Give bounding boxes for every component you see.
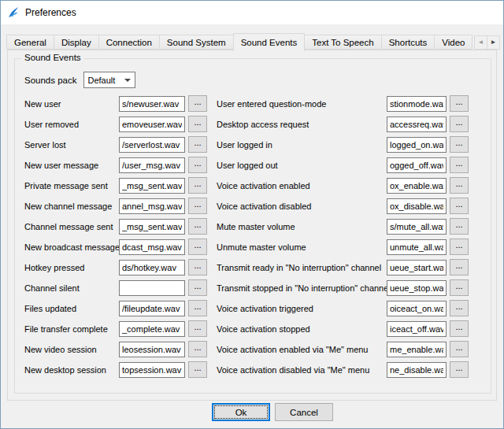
browse-button[interactable]: ... <box>188 320 207 337</box>
sound-event-label: Hotkey pressed <box>24 263 119 272</box>
browse-button[interactable]: ... <box>450 218 469 235</box>
sound-row: Private message sent ... <box>24 177 207 194</box>
tab-video[interactable]: Video <box>434 35 472 50</box>
browse-button[interactable]: ... <box>450 279 469 296</box>
browse-button[interactable]: ... <box>450 320 469 337</box>
tab-sound-events[interactable]: Sound Events <box>233 33 306 51</box>
sound-file-input[interactable] <box>119 321 185 337</box>
tab-label: Shortcuts <box>389 38 428 47</box>
ok-button[interactable]: Ok <box>212 403 270 421</box>
sound-file-input[interactable] <box>119 198 185 214</box>
sound-file-input[interactable] <box>119 342 185 357</box>
sound-row: New channel message ... <box>24 198 207 214</box>
sound-file-input[interactable] <box>387 198 447 214</box>
tab-scroll-right-icon[interactable]: ► <box>487 35 500 50</box>
sound-event-label: Mute master volume <box>217 222 387 231</box>
browse-button[interactable]: ... <box>450 198 469 214</box>
browse-button[interactable]: ... <box>188 157 207 173</box>
group-title: Sound Events <box>21 53 84 62</box>
tab-text-to-speech[interactable]: Text To Speech <box>304 35 381 50</box>
sound-file-input[interactable] <box>119 280 185 296</box>
tab-connection[interactable]: Connection <box>98 35 160 50</box>
browse-button[interactable]: ... <box>188 198 207 214</box>
sound-row: New user ... <box>24 95 207 112</box>
sounds-pack-select[interactable]: Default <box>83 72 135 88</box>
titlebar: Preferences <box>1 1 503 24</box>
sound-row: Voice activation enabled ... <box>217 177 469 194</box>
sound-file-input[interactable] <box>387 301 447 316</box>
browse-button[interactable]: ... <box>188 136 207 153</box>
browse-button[interactable]: ... <box>188 279 207 296</box>
sound-file-input[interactable] <box>119 260 185 276</box>
sound-row: User logged out ... <box>217 157 469 173</box>
tab-scroll-left-icon[interactable]: ◄ <box>474 35 487 50</box>
sound-event-label: Server lost <box>24 140 119 150</box>
sound-row: User entered question-mode ... <box>217 95 469 112</box>
browse-button[interactable]: ... <box>450 177 469 194</box>
tab-general[interactable]: General <box>6 35 54 50</box>
sound-file-input[interactable] <box>119 137 185 153</box>
cancel-button[interactable]: Cancel <box>275 403 333 421</box>
browse-button[interactable]: ... <box>450 136 469 153</box>
browse-button[interactable]: ... <box>450 95 469 112</box>
sound-event-label: User removed <box>24 120 119 129</box>
sound-file-input[interactable] <box>387 178 447 194</box>
sound-row: New broadcast message ... <box>24 239 207 255</box>
browse-button[interactable]: ... <box>188 341 207 357</box>
browse-button[interactable]: ... <box>450 239 469 255</box>
browse-button[interactable]: ... <box>450 116 469 132</box>
browse-button[interactable]: ... <box>450 259 469 276</box>
sound-row: User removed ... <box>24 116 207 132</box>
sound-file-input[interactable] <box>387 116 447 132</box>
sound-file-input[interactable] <box>119 239 185 255</box>
sound-row: Hotkey pressed ... <box>24 259 207 276</box>
sound-event-label: User entered question-mode <box>217 99 387 109</box>
sound-event-label: Transmit ready in "No interruption" chan… <box>217 263 387 272</box>
tab-display[interactable]: Display <box>54 35 99 50</box>
sound-file-input[interactable] <box>387 137 447 153</box>
sound-file-input[interactable] <box>119 96 185 112</box>
tab-shortcuts[interactable]: Shortcuts <box>381 35 435 50</box>
sound-file-input[interactable] <box>387 219 447 235</box>
browse-button[interactable]: ... <box>188 259 207 276</box>
sound-file-input[interactable] <box>387 260 447 276</box>
sound-row: Voice activation triggered ... <box>217 300 469 316</box>
sound-event-label: New video session <box>24 345 119 354</box>
sound-file-input[interactable] <box>387 96 447 112</box>
browse-button[interactable]: ... <box>188 116 207 132</box>
sound-row: Voice activation disabled via "Me" menu … <box>217 361 469 378</box>
sound-event-label: Voice activation enabled <box>217 181 387 190</box>
sound-row: Transmit stopped in "No interruption" ch… <box>217 279 469 296</box>
browse-button[interactable]: ... <box>188 239 207 255</box>
browse-button[interactable]: ... <box>450 361 469 378</box>
browse-button[interactable]: ... <box>450 300 469 316</box>
sound-file-input[interactable] <box>119 116 185 132</box>
sound-file-input[interactable] <box>387 362 447 378</box>
tab-sound-system[interactable]: Sound System <box>159 35 234 50</box>
sound-event-label: Unmute master volume <box>217 242 387 252</box>
sound-event-label: Transmit stopped in "No interruption" ch… <box>217 283 387 293</box>
sound-row: New video session ... <box>24 341 207 357</box>
browse-button[interactable]: ... <box>188 95 207 112</box>
sound-file-input[interactable] <box>387 280 447 296</box>
browse-button[interactable]: ... <box>188 300 207 316</box>
sound-event-label: Voice activation stopped <box>217 324 387 334</box>
browse-button[interactable]: ... <box>450 341 469 357</box>
sound-file-input[interactable] <box>119 178 185 194</box>
sound-event-label: New user <box>24 99 119 109</box>
sound-file-input[interactable] <box>119 219 185 235</box>
sound-file-input[interactable] <box>119 157 185 173</box>
sound-file-input[interactable] <box>387 342 447 357</box>
browse-button[interactable]: ... <box>188 177 207 194</box>
sound-file-input[interactable] <box>387 239 447 255</box>
sound-row: Mute master volume ... <box>217 218 469 235</box>
tab-label: Sound Events <box>241 38 298 47</box>
sound-file-input[interactable] <box>119 362 185 378</box>
browse-button[interactable]: ... <box>188 218 207 235</box>
browse-button[interactable]: ... <box>450 157 469 173</box>
sound-file-input[interactable] <box>387 321 447 337</box>
sound-file-input[interactable] <box>119 301 185 316</box>
sound-row: Unmute master volume ... <box>217 239 469 255</box>
browse-button[interactable]: ... <box>188 361 207 378</box>
sound-file-input[interactable] <box>387 157 447 173</box>
